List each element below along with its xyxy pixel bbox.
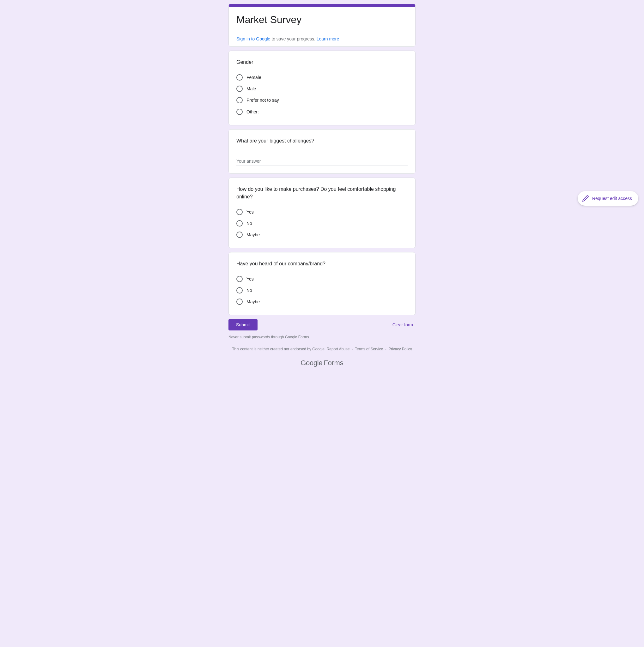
radio-option-no[interactable]: No <box>236 218 408 229</box>
radio-label-other: Other: <box>246 109 259 114</box>
request-edit-access-button[interactable]: Request edit access <box>578 191 638 206</box>
radio-option-maybe[interactable]: Maybe <box>236 229 408 240</box>
radio-icon <box>236 220 243 226</box>
radio-icon <box>236 109 243 115</box>
other-input-wrap <box>261 109 408 115</box>
question-title: How do you like to make purchases? Do yo… <box>236 186 408 201</box>
logo-forms-text: Forms <box>324 359 343 367</box>
radio-label: Yes <box>246 209 254 215</box>
form-title: Market Survey <box>229 7 415 31</box>
radio-option-prefer-not[interactable]: Prefer not to say <box>236 94 408 106</box>
logo-google-text: Google <box>300 359 322 367</box>
radio-label: Maybe <box>246 299 260 304</box>
terms-link[interactable]: Terms of Service <box>355 347 383 351</box>
radio-label: Female <box>246 75 261 80</box>
question-card-purchases: How do you like to make purchases? Do yo… <box>228 177 416 248</box>
radio-label: Yes <box>246 276 254 282</box>
radio-icon <box>236 298 243 305</box>
google-forms-logo[interactable]: Google Forms <box>228 359 416 367</box>
radio-icon <box>236 97 243 103</box>
radio-label: Male <box>246 86 256 91</box>
report-abuse-link[interactable]: Report Abuse <box>327 347 350 351</box>
radio-icon <box>236 276 243 282</box>
radio-option-yes[interactable]: Yes <box>236 273 408 285</box>
radio-icon <box>236 86 243 92</box>
separator: - <box>384 347 387 351</box>
privacy-link[interactable]: Privacy Policy <box>388 347 412 351</box>
password-warning: Never submit passwords through Google Fo… <box>228 335 416 339</box>
radio-label: Prefer not to say <box>246 97 279 103</box>
question-title: What are your biggest challenges? <box>236 137 408 145</box>
radio-option-other[interactable]: Other: <box>236 106 408 118</box>
radio-option-maybe[interactable]: Maybe <box>236 296 408 307</box>
pencil-icon <box>582 195 589 202</box>
header-card: Market Survey Sign in to Google to save … <box>228 4 416 47</box>
form-container: Market Survey Sign in to Google to save … <box>228 4 416 367</box>
radio-icon <box>236 209 243 215</box>
question-card-challenges: What are your biggest challenges? <box>228 129 416 174</box>
request-edit-label: Request edit access <box>592 196 632 201</box>
radio-option-female[interactable]: Female <box>236 72 408 83</box>
radio-label: Maybe <box>246 232 260 237</box>
question-title: Have you heard of our company/brand? <box>236 260 408 268</box>
answer-input[interactable] <box>236 157 408 166</box>
other-input[interactable] <box>261 109 408 115</box>
actions-row: Submit Clear form <box>228 319 416 331</box>
radio-icon <box>236 287 243 293</box>
radio-label: No <box>246 221 252 226</box>
submit-button[interactable]: Submit <box>228 319 258 331</box>
question-card-brand: Have you heard of our company/brand? Yes… <box>228 252 416 315</box>
question-card-gender: Gender Female Male Prefer not to say Oth… <box>228 51 416 126</box>
signin-link[interactable]: Sign in to Google <box>236 36 270 42</box>
question-title: Gender <box>236 59 408 66</box>
radio-label: No <box>246 288 252 293</box>
disclaimer-text: This content is neither created nor endo… <box>232 347 327 351</box>
signin-text: to save your progress. <box>270 36 316 42</box>
radio-option-male[interactable]: Male <box>236 83 408 94</box>
radio-option-yes[interactable]: Yes <box>236 206 408 218</box>
radio-option-no[interactable]: No <box>236 285 408 296</box>
separator: - <box>350 347 354 351</box>
radio-icon <box>236 231 243 238</box>
clear-form-button[interactable]: Clear form <box>390 320 416 330</box>
radio-icon <box>236 74 243 81</box>
learn-more-link[interactable]: Learn more <box>316 36 339 42</box>
footer-disclaimer: This content is neither created nor endo… <box>228 347 416 351</box>
signin-row: Sign in to Google to save your progress.… <box>229 31 415 47</box>
